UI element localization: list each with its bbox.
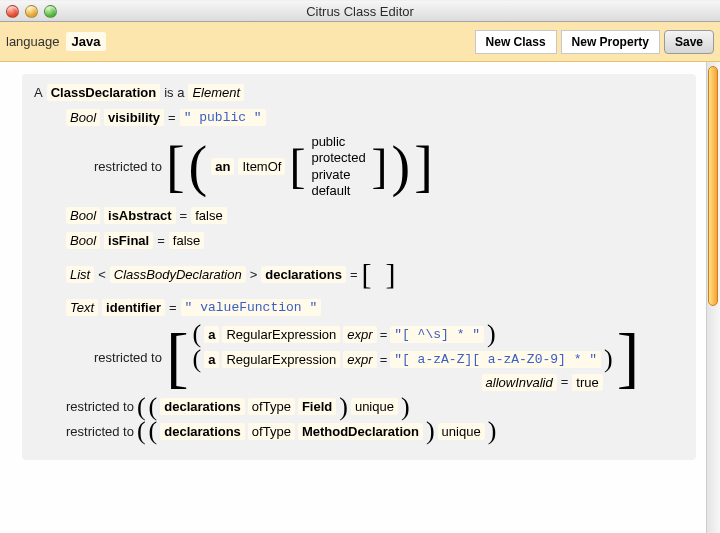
- kw-a: a: [204, 326, 219, 343]
- prop-declarations[interactable]: List < ClassBodyDeclaration > declaratio…: [66, 257, 684, 291]
- kw-a: a: [204, 351, 219, 368]
- rp: ): [426, 421, 435, 442]
- window-controls: [6, 5, 57, 18]
- eq: =: [557, 374, 573, 391]
- editor-viewport: - A ClassDeclaration is a Element Bool v…: [0, 62, 720, 533]
- opt-protected[interactable]: protected: [309, 150, 367, 166]
- kw-unique: unique: [438, 423, 485, 440]
- visibility-constraint: restricted to [ ( an ItemOf [ public pro…: [94, 134, 684, 199]
- prop-name[interactable]: isFinal: [104, 232, 153, 249]
- eq: =: [380, 352, 388, 367]
- identifier-constraint: restricted to [ ( a RegularExpression ex…: [94, 324, 684, 391]
- prop-name[interactable]: isAbstract: [104, 207, 176, 224]
- rp: ): [488, 421, 497, 442]
- language-value[interactable]: Java: [66, 32, 107, 51]
- regex-list: ( a RegularExpression expr = "[ ^\s] * "…: [193, 324, 613, 391]
- constraint-2[interactable]: restricted to ( ( declarations ofType Me…: [66, 421, 684, 442]
- opt-private[interactable]: private: [309, 167, 367, 183]
- eq: =: [380, 327, 388, 342]
- paren-close: ): [392, 144, 411, 189]
- kw-restricted-to: restricted to: [66, 424, 134, 439]
- prop-identifier[interactable]: Text identifier = " valueFunction ": [66, 299, 684, 316]
- prop-value[interactable]: false: [191, 207, 226, 224]
- prop-visibility[interactable]: Bool visibility = " public ": [66, 109, 684, 126]
- lp: (: [193, 324, 202, 345]
- prop-value[interactable]: " valueFunction ": [181, 299, 322, 316]
- regex-row-2[interactable]: ( a RegularExpression expr = "[ a-zA-Z][…: [193, 349, 613, 370]
- lp: (: [149, 397, 158, 418]
- kw-restricted-to: restricted to: [94, 159, 162, 174]
- lt: <: [98, 267, 106, 282]
- prop-name[interactable]: visibility: [104, 109, 164, 126]
- empty-list[interactable]: []: [362, 257, 410, 291]
- prop-value[interactable]: false: [169, 232, 204, 249]
- new-class-button[interactable]: New Class: [475, 30, 557, 54]
- prop-isabstract[interactable]: Bool isAbstract = false: [66, 207, 684, 224]
- opt-public[interactable]: public: [309, 134, 367, 150]
- close-icon[interactable]: [6, 5, 19, 18]
- opt-default[interactable]: default: [309, 183, 367, 199]
- eq: =: [350, 267, 358, 282]
- eq: =: [157, 233, 165, 248]
- kw-oftype: ofType: [248, 423, 295, 440]
- rp: ): [487, 324, 496, 345]
- kw-expr: expr: [343, 351, 376, 368]
- type-text: Text: [66, 299, 98, 316]
- class-block[interactable]: A ClassDeclaration is a Element Bool vis…: [22, 74, 696, 460]
- bracket-open: [: [166, 331, 189, 384]
- allowinvalid-value[interactable]: true: [572, 374, 602, 391]
- rp: ): [401, 397, 410, 418]
- prop-isfinal[interactable]: Bool isFinal = false: [66, 232, 684, 249]
- kw-restricted-to: restricted to: [94, 350, 162, 365]
- ref[interactable]: declarations: [160, 423, 245, 440]
- eq: =: [180, 208, 188, 223]
- regex-row-1[interactable]: ( a RegularExpression expr = "[ ^\s] * "…: [193, 324, 613, 345]
- class-name[interactable]: ClassDeclaration: [47, 84, 161, 101]
- supertype-name[interactable]: Element: [188, 84, 244, 101]
- new-property-button[interactable]: New Property: [561, 30, 660, 54]
- titlebar: Citrus Class Editor: [0, 0, 720, 22]
- kw-a: A: [34, 85, 43, 100]
- window-title: Citrus Class Editor: [0, 4, 720, 19]
- eq: =: [168, 110, 176, 125]
- lp: (: [149, 421, 158, 442]
- kw-oftype: ofType: [248, 398, 295, 415]
- type-val[interactable]: Field: [298, 398, 336, 415]
- prop-value[interactable]: " public ": [180, 109, 266, 126]
- regex-value[interactable]: "[ ^\s] * ": [390, 326, 484, 343]
- editor-content: A ClassDeclaration is a Element Bool vis…: [0, 62, 706, 533]
- ref[interactable]: declarations: [160, 398, 245, 415]
- lp: (: [137, 397, 146, 418]
- gt: >: [250, 267, 258, 282]
- inner-bracket-open: [: [289, 147, 305, 185]
- visibility-options[interactable]: public protected private default: [309, 134, 367, 199]
- prop-name[interactable]: identifier: [102, 299, 165, 316]
- kw-expr: expr: [343, 326, 376, 343]
- type-val[interactable]: MethodDeclaration: [298, 423, 423, 440]
- kw-itemof: ItemOf: [238, 158, 285, 175]
- allow-invalid-row[interactable]: allowInvalid = true: [193, 374, 613, 391]
- scrollbar-thumb[interactable]: [708, 66, 718, 306]
- constraint-1[interactable]: restricted to ( ( declarations ofType Fi…: [66, 397, 684, 418]
- bracket-open: [: [166, 144, 185, 189]
- inner-bracket-close: ]: [372, 147, 388, 185]
- list-param[interactable]: ClassBodyDeclaration: [110, 266, 246, 283]
- kw-regex: RegularExpression: [222, 351, 340, 368]
- type-bool: Bool: [66, 207, 100, 224]
- type-bool: Bool: [66, 109, 100, 126]
- save-button[interactable]: Save: [664, 30, 714, 54]
- zoom-icon[interactable]: [44, 5, 57, 18]
- type-list: List: [66, 266, 94, 283]
- type-bool: Bool: [66, 232, 100, 249]
- scrollbar-track[interactable]: [706, 62, 720, 533]
- kw-an: an: [211, 158, 234, 175]
- kw-regex: RegularExpression: [222, 326, 340, 343]
- regex-value[interactable]: "[ a-zA-Z][ a-zA-Z0-9] * ": [390, 351, 601, 368]
- prop-name[interactable]: declarations: [261, 266, 346, 283]
- eq: =: [169, 300, 177, 315]
- minimize-icon[interactable]: [25, 5, 38, 18]
- kw-isa: is a: [164, 85, 184, 100]
- bracket-close: ]: [414, 144, 433, 189]
- kw-restricted-to: restricted to: [66, 399, 134, 414]
- lp: (: [193, 349, 202, 370]
